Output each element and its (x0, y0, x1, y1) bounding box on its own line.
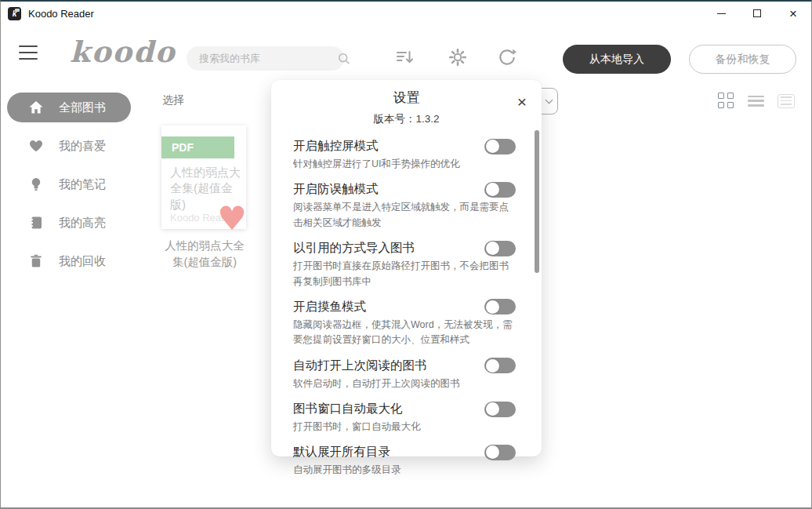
import-local-button[interactable]: 从本地导入 (563, 45, 671, 74)
settings-option: 开启防误触模式 阅读器菜单不是进入特定区域就触发，而是需要点击相关区域才能触发 (293, 181, 516, 231)
toggle-switch[interactable] (484, 358, 516, 373)
option-label: 图书窗口自动最大化 (293, 401, 403, 417)
settings-options-list: 开启触控屏模式 针对触控屏进行了UI和手势操作的优化 开启防误触模式 阅读器菜单… (271, 126, 542, 478)
trash-icon (28, 253, 44, 269)
option-label: 默认展开所有目录 (293, 444, 390, 460)
backup-restore-button[interactable]: 备份和恢复 (689, 45, 796, 74)
settings-option: 自动打开上次阅读的图书 软件启动时，自动打开上次阅读的图书 (293, 358, 516, 391)
window-controls: × (703, 2, 811, 25)
toggle-knob (486, 242, 499, 255)
search-icon[interactable] (337, 52, 351, 66)
maximize-icon (753, 9, 761, 17)
bulb-icon (28, 176, 44, 192)
sidebar-item-label: 全部图书 (59, 100, 106, 115)
option-label: 自动打开上次阅读的图书 (293, 358, 427, 374)
minimize-icon (717, 13, 726, 14)
modal-close-icon[interactable]: × (517, 93, 527, 110)
option-label: 开启触控屏模式 (293, 138, 379, 155)
sidebar: 全部图书 我的喜爱 我的笔记 我的高亮 我的回收 (1, 80, 154, 507)
toggle-switch[interactable] (484, 241, 516, 256)
sidebar-item-home[interactable]: 全部图书 (7, 93, 131, 122)
sync-icon[interactable] (495, 45, 519, 69)
option-description: 打开图书时，窗口自动最大化 (293, 420, 516, 434)
minimize-button[interactable] (703, 2, 739, 25)
settings-option: 以引用的方式导入图书 打开图书时直接在原始路径打开图书，不会把图书再复制到图书库… (293, 240, 516, 289)
option-description: 打开图书时直接在原始路径打开图书，不会把图书再复制到图书库中 (293, 259, 516, 289)
hamburger-menu-icon[interactable] (19, 45, 38, 60)
sidebar-item-bulb[interactable]: 我的笔记 (7, 169, 131, 199)
option-label: 开启摸鱼模式 (293, 299, 366, 315)
book-title-caption[interactable]: 人性的弱点大全集(超值金版) (156, 238, 253, 271)
search-box[interactable] (187, 46, 344, 71)
toggle-switch[interactable] (484, 402, 516, 417)
sidebar-item-label: 我的高亮 (59, 216, 106, 231)
settings-modal: 设置 版本号：1.3.2 × 开启触控屏模式 针对触控屏进行了UI和手势操作的优… (271, 80, 542, 456)
titlebar: k Koodo Reader × (1, 2, 811, 25)
toggle-knob (486, 402, 499, 416)
settings-option: 开启触控屏模式 针对触控屏进行了UI和手势操作的优化 (293, 138, 516, 172)
close-button[interactable]: × (775, 2, 811, 25)
option-description: 自动展开图书的多级目录 (293, 463, 516, 478)
app-logo-icon: k (8, 7, 21, 20)
sidebar-nav: 全部图书 我的喜爱 我的笔记 我的高亮 我的回收 (1, 93, 154, 276)
toggle-switch[interactable] (484, 445, 516, 460)
sidebar-item-book[interactable]: 我的高亮 (7, 208, 131, 238)
book-card[interactable]: PDF 人性的弱点大全集(超值金版) Koodo Reader ♥ (161, 125, 246, 229)
sidebar-item-label: 我的回收 (59, 254, 106, 269)
toggle-knob (486, 445, 499, 459)
toggle-switch[interactable] (484, 139, 516, 155)
option-label: 以引用的方式导入图书 (293, 240, 415, 256)
grid-view-icon[interactable] (718, 93, 734, 109)
option-description: 软件启动时，自动打开上次阅读的图书 (293, 376, 516, 391)
sidebar-item-trash[interactable]: 我的回收 (7, 246, 131, 276)
koodo-logo: koodo (70, 35, 176, 69)
toggle-switch[interactable] (484, 182, 516, 198)
app-window: k Koodo Reader × koodo (0, 0, 812, 509)
sidebar-item-label: 我的笔记 (59, 177, 106, 192)
settings-version: 版本号：1.3.2 (271, 112, 542, 126)
detail-view-icon[interactable] (778, 94, 795, 108)
toggle-knob (486, 183, 499, 196)
settings-option: 图书窗口自动最大化 打开图书时，窗口自动最大化 (293, 401, 516, 434)
format-badge: PDF (161, 136, 234, 158)
option-description: 阅读器菜单不是进入特定区域就触发，而是需要点击相关区域才能触发 (293, 200, 516, 231)
chevron-down-icon (546, 96, 553, 104)
toolbar: koodo (1, 25, 811, 80)
favorite-heart-icon[interactable]: ♥ (217, 202, 247, 235)
sidebar-item-label: 我的喜爱 (59, 139, 106, 154)
settings-option: 默认展开所有目录 自动展开图书的多级目录 (293, 444, 516, 478)
option-label: 开启防误触模式 (293, 181, 379, 198)
option-description: 隐藏阅读器边框，使其混入Word，无法被发现，需要您提前设置好窗口的大小、位置和… (293, 318, 516, 348)
select-mode-link[interactable]: 选择 (162, 93, 184, 107)
settings-gear-icon[interactable] (446, 45, 469, 69)
sidebar-item-heart[interactable]: 我的喜爱 (7, 131, 131, 161)
view-mode-switcher (718, 93, 795, 109)
home-icon (28, 100, 44, 115)
option-description: 针对触控屏进行了UI和手势操作的优化 (293, 157, 516, 172)
settings-option: 开启摸鱼模式 隐藏阅读器边框，使其混入Word，无法被发现，需要您提前设置好窗口… (293, 299, 516, 348)
close-icon: × (789, 7, 797, 20)
toggle-knob (486, 140, 499, 153)
toggle-switch[interactable] (484, 299, 516, 314)
book-icon (28, 215, 44, 231)
sort-icon[interactable] (393, 45, 416, 69)
list-view-icon[interactable] (748, 96, 764, 107)
maximize-button[interactable] (739, 2, 775, 25)
window-title: Koodo Reader (28, 8, 94, 20)
search-input[interactable] (199, 53, 337, 64)
toggle-knob (486, 300, 499, 314)
toggle-knob (486, 359, 499, 373)
heart-icon (28, 138, 44, 154)
modal-scrollbar-thumb[interactable] (535, 130, 539, 273)
settings-title: 设置 (271, 80, 542, 107)
